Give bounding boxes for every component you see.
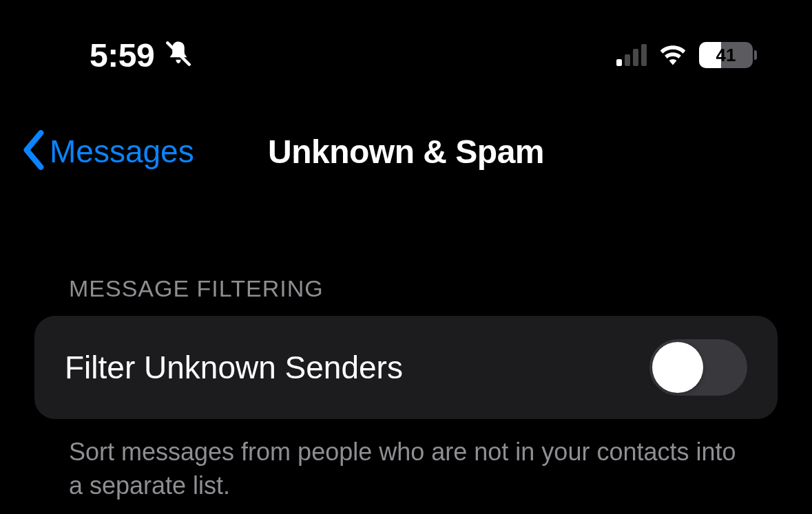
- chevron-left-icon: [21, 130, 47, 173]
- status-left: 5:59: [90, 36, 193, 74]
- do-not-disturb-icon: [164, 39, 193, 71]
- back-button[interactable]: Messages: [21, 130, 194, 173]
- filter-unknown-senders-toggle[interactable]: [649, 339, 747, 396]
- content: MESSAGE FILTERING Filter Unknown Senders…: [0, 275, 812, 502]
- status-bar: 5:59 41: [0, 0, 812, 76]
- battery-icon: 41: [699, 42, 757, 68]
- wifi-icon: [658, 42, 688, 68]
- battery-percent: 41: [699, 45, 753, 66]
- navigation-bar: Messages Unknown & Spam: [0, 110, 812, 193]
- section-header: MESSAGE FILTERING: [34, 275, 778, 316]
- status-time: 5:59: [90, 36, 154, 74]
- back-label: Messages: [50, 133, 194, 170]
- section-footer: Sort messages from people who are not in…: [34, 419, 778, 502]
- cell-label: Filter Unknown Senders: [65, 349, 403, 386]
- toggle-knob: [652, 342, 703, 393]
- cellular-signal-icon: [616, 44, 647, 66]
- filter-unknown-senders-row[interactable]: Filter Unknown Senders: [34, 316, 778, 419]
- page-title: Unknown & Spam: [268, 133, 544, 171]
- status-right: 41: [616, 42, 757, 68]
